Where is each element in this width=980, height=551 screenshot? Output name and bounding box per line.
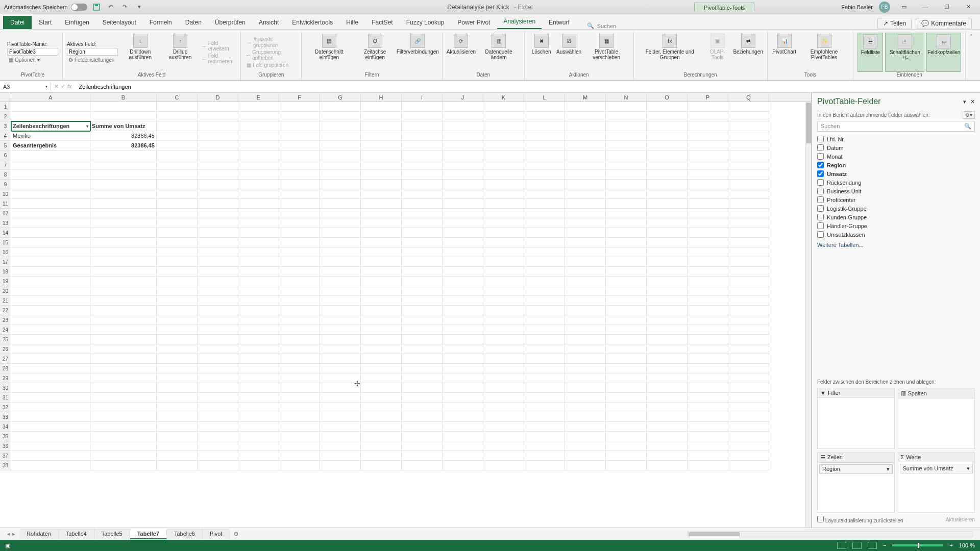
cell-P31[interactable] xyxy=(688,393,728,403)
cell-G36[interactable] xyxy=(320,441,361,451)
cell-L35[interactable] xyxy=(524,432,565,441)
tab-file[interactable]: Datei xyxy=(3,16,32,29)
horizontal-scrollbar[interactable] xyxy=(687,531,973,537)
cell-M14[interactable] xyxy=(565,228,606,238)
cell-K28[interactable] xyxy=(483,364,524,373)
cell-C36[interactable] xyxy=(157,441,198,451)
cell-O23[interactable] xyxy=(647,315,688,325)
cell-E38[interactable] xyxy=(238,461,279,470)
cell-N24[interactable] xyxy=(606,325,647,335)
cell-P8[interactable] xyxy=(688,170,728,180)
cell-N19[interactable] xyxy=(606,277,647,286)
cell-G14[interactable] xyxy=(320,228,361,238)
cell-C12[interactable] xyxy=(157,209,198,218)
cell-K38[interactable] xyxy=(483,461,524,470)
pivotchart-button[interactable]: 📊PivotChart xyxy=(772,33,797,72)
cell-C8[interactable] xyxy=(157,170,198,180)
field-checkbox[interactable] xyxy=(817,214,824,220)
cell-G8[interactable] xyxy=(320,170,361,180)
cell-F33[interactable] xyxy=(279,412,320,422)
cell-A14[interactable] xyxy=(11,228,90,238)
cell-N5[interactable] xyxy=(606,141,647,151)
cell-L31[interactable] xyxy=(524,393,565,403)
change-source-button[interactable]: ▥Datenquelle ändern xyxy=(478,33,520,72)
cell-I27[interactable] xyxy=(402,354,443,364)
cell-I19[interactable] xyxy=(402,277,443,286)
cell-P37[interactable] xyxy=(688,451,728,461)
drilldown-button[interactable]: ↓Drilldown ausführen xyxy=(120,33,160,72)
tell-me-search[interactable]: 🔍 Suchen xyxy=(587,22,616,29)
row-header[interactable]: 32 xyxy=(0,403,11,412)
cell-A24[interactable] xyxy=(11,325,90,335)
filter-conn-button[interactable]: 🔗Filterverbindungen xyxy=(398,33,438,72)
cell-P12[interactable] xyxy=(688,209,728,218)
cell-N4[interactable] xyxy=(606,131,647,141)
cell-F6[interactable] xyxy=(279,151,320,160)
vertical-scrollbar[interactable] xyxy=(805,102,811,528)
cell-K1[interactable] xyxy=(483,102,524,112)
cell-D32[interactable] xyxy=(198,403,238,412)
col-header-D[interactable]: D xyxy=(198,93,238,102)
cell-G15[interactable] xyxy=(320,238,361,247)
cell-B13[interactable] xyxy=(90,218,157,228)
tab-daten[interactable]: Daten xyxy=(179,16,208,29)
cell-K26[interactable] xyxy=(483,344,524,354)
cell-J9[interactable] xyxy=(443,180,483,189)
cell-B19[interactable] xyxy=(90,277,157,286)
chevron-down-icon[interactable]: ▾ xyxy=(967,465,970,472)
cell-P35[interactable] xyxy=(688,432,728,441)
row-header[interactable]: 21 xyxy=(0,296,11,306)
cell-A23[interactable] xyxy=(11,315,90,325)
cell-P32[interactable] xyxy=(688,403,728,412)
cell-K8[interactable] xyxy=(483,170,524,180)
cell-C1[interactable] xyxy=(157,102,198,112)
cell-E21[interactable] xyxy=(238,296,279,306)
sheet-tab-tabelle4[interactable]: Tabelle4 xyxy=(59,529,94,539)
cell-I35[interactable] xyxy=(402,432,443,441)
cell-H8[interactable] xyxy=(361,170,402,180)
cell-Q35[interactable] xyxy=(728,432,769,441)
cell-J36[interactable] xyxy=(443,441,483,451)
cell-C10[interactable] xyxy=(157,189,198,199)
rows-area[interactable]: ☰Zeilen Region▾ xyxy=(817,452,895,513)
cell-P14[interactable] xyxy=(688,228,728,238)
sheet-tab-tabelle6[interactable]: Tabelle6 xyxy=(167,529,203,539)
cell-H4[interactable] xyxy=(361,131,402,141)
cell-G23[interactable] xyxy=(320,315,361,325)
cell-C25[interactable] xyxy=(157,335,198,344)
row-header[interactable]: 16 xyxy=(0,247,11,257)
cell-Q26[interactable] xyxy=(728,344,769,354)
cell-N36[interactable] xyxy=(606,441,647,451)
cell-A6[interactable] xyxy=(11,151,90,160)
cell-B7[interactable] xyxy=(90,160,157,170)
cell-B17[interactable] xyxy=(90,257,157,267)
tab-analysieren[interactable]: Analysieren xyxy=(497,15,542,29)
cell-A36[interactable] xyxy=(11,441,90,451)
cell-D13[interactable] xyxy=(198,218,238,228)
cell-I28[interactable] xyxy=(402,364,443,373)
cell-O16[interactable] xyxy=(647,247,688,257)
cell-G17[interactable] xyxy=(320,257,361,267)
cell-B28[interactable] xyxy=(90,364,157,373)
col-header-I[interactable]: I xyxy=(402,93,443,102)
cell-A10[interactable] xyxy=(11,189,90,199)
cell-K23[interactable] xyxy=(483,315,524,325)
cell-I30[interactable] xyxy=(402,383,443,393)
row-header[interactable]: 6 xyxy=(0,151,11,160)
cell-A1[interactable] xyxy=(11,102,90,112)
cell-K3[interactable] xyxy=(483,121,524,131)
worksheet-grid[interactable]: ABCDEFGHIJKLMNOPQ 123Zeilenbeschriftunge… xyxy=(0,93,812,528)
cell-N6[interactable] xyxy=(606,151,647,160)
cell-K31[interactable] xyxy=(483,393,524,403)
cell-C9[interactable] xyxy=(157,180,198,189)
cell-J31[interactable] xyxy=(443,393,483,403)
cell-B22[interactable] xyxy=(90,306,157,315)
cell-H16[interactable] xyxy=(361,247,402,257)
cell-P38[interactable] xyxy=(688,461,728,470)
cell-D10[interactable] xyxy=(198,189,238,199)
cell-N35[interactable] xyxy=(606,432,647,441)
cell-B25[interactable] xyxy=(90,335,157,344)
cell-H5[interactable] xyxy=(361,141,402,151)
cell-Q7[interactable] xyxy=(728,160,769,170)
cell-A17[interactable] xyxy=(11,257,90,267)
